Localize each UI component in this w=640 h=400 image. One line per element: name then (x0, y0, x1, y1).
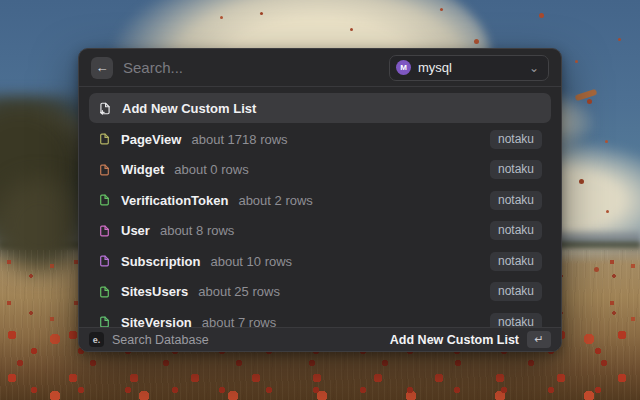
table-row[interactable]: VerificationToken about 2 rows notaku (89, 185, 551, 216)
database-selector-dropdown[interactable]: M mysql ⌄ (389, 55, 549, 81)
source-badge: notaku (490, 221, 542, 240)
source-badge: notaku (490, 191, 542, 210)
table-row-count: about 25 rows (198, 284, 280, 299)
table-row[interactable]: Subscription about 10 rows notaku (89, 246, 551, 277)
footer-command-label: Search Database (112, 333, 209, 347)
source-badge: notaku (490, 252, 542, 271)
mysql-icon: M (396, 60, 411, 75)
list-item-label: Add New Custom List (122, 101, 256, 116)
source-badge: notaku (490, 282, 542, 301)
enter-key-icon: ↵ (527, 331, 551, 348)
table-row[interactable]: User about 8 rows notaku (89, 216, 551, 247)
table-name: VerificationToken (121, 193, 228, 208)
table-row-count: about 1718 rows (191, 132, 287, 147)
table-row-count: about 10 rows (210, 254, 292, 269)
table-file-icon (98, 315, 111, 327)
file-plus-icon (98, 101, 112, 116)
table-row[interactable]: SiteVersion about 7 rows notaku (89, 307, 551, 327)
table-file-icon (98, 132, 111, 146)
table-file-icon (98, 193, 111, 207)
source-badge: notaku (490, 313, 542, 327)
list-item-add-new-custom-list[interactable]: Add New Custom List (89, 93, 551, 123)
table-name: User (121, 223, 150, 238)
table-name: PageView (121, 132, 181, 147)
back-button[interactable]: ← (91, 57, 113, 79)
table-row-count: about 0 rows (174, 162, 248, 177)
table-name: SiteVersion (121, 315, 192, 327)
palette-header: ← M mysql ⌄ (79, 49, 561, 87)
table-name: Subscription (121, 254, 200, 269)
table-row-count: about 2 rows (238, 193, 312, 208)
palette-footer: e. Search Database Add New Custom List ↵ (79, 327, 561, 351)
table-row-count: about 7 rows (202, 315, 276, 327)
footer-primary-action: Add New Custom List ↵ (390, 331, 551, 348)
table-row[interactable]: Widget about 0 rows notaku (89, 155, 551, 186)
table-row-count: about 8 rows (160, 223, 234, 238)
back-arrow-icon: ← (96, 60, 109, 75)
table-file-icon (98, 254, 111, 268)
wallpaper-petals (350, 28, 353, 31)
results-list: Add New Custom List PageView about 1718 … (79, 87, 561, 327)
table-name: Widget (121, 162, 164, 177)
search-input[interactable] (123, 59, 379, 76)
table-row[interactable]: SitesUsers about 25 rows notaku (89, 277, 551, 308)
source-badge: notaku (490, 160, 542, 179)
search-palette-window: ← M mysql ⌄ Add New Custom List PageView… (78, 48, 562, 352)
footer-action-label[interactable]: Add New Custom List (390, 333, 519, 347)
app-logo-icon: e. (89, 332, 104, 347)
source-badge: notaku (490, 130, 542, 149)
table-file-icon (98, 224, 111, 238)
table-file-icon (98, 285, 111, 299)
chevron-down-icon: ⌄ (529, 64, 539, 72)
database-selector-label: mysql (418, 60, 452, 75)
table-file-icon (98, 163, 111, 177)
table-name: SitesUsers (121, 284, 188, 299)
table-row[interactable]: PageView about 1718 rows notaku (89, 124, 551, 155)
